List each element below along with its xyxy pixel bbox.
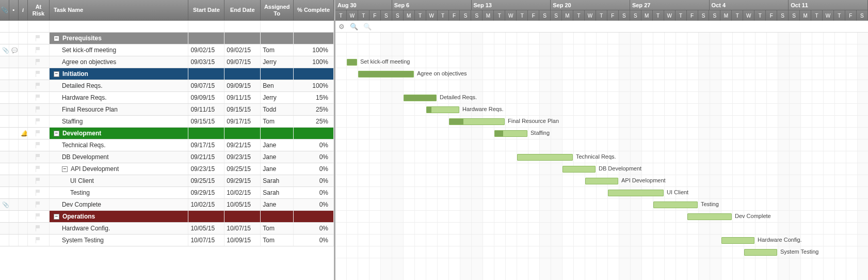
- flag-icon[interactable]: [36, 190, 41, 196]
- cell-assigned[interactable]: Jerry: [261, 56, 294, 68]
- cell-info[interactable]: [19, 163, 28, 175]
- cell-risk[interactable]: [28, 104, 50, 115]
- col-header-info-icon[interactable]: i: [19, 0, 28, 20]
- cell-comment[interactable]: [9, 104, 19, 115]
- cell-risk[interactable]: [28, 175, 50, 186]
- flag-icon[interactable]: [36, 71, 41, 77]
- cell-name[interactable]: Staffing: [50, 116, 189, 127]
- cell-risk[interactable]: [28, 199, 50, 210]
- gantt-bar[interactable]: [449, 118, 505, 125]
- gantt-row[interactable]: Agree on objectives: [335, 68, 868, 80]
- cell-attach[interactable]: [0, 211, 9, 222]
- cell-start[interactable]: 09/07/15: [188, 80, 224, 91]
- cell-attach[interactable]: [0, 80, 9, 91]
- col-header-end[interactable]: End Date: [224, 0, 261, 20]
- cell-pct[interactable]: [294, 68, 334, 80]
- gantt-row[interactable]: System Testing: [335, 246, 868, 258]
- cell-attach[interactable]: [0, 187, 9, 198]
- cell-assigned[interactable]: Sarah: [261, 187, 294, 198]
- col-header-assigned[interactable]: Assigned To: [261, 0, 294, 20]
- cell-risk[interactable]: [28, 223, 50, 234]
- cell-comment[interactable]: [9, 211, 19, 222]
- cell-assigned[interactable]: Sarah: [261, 175, 294, 186]
- cell-end[interactable]: [224, 33, 261, 44]
- flag-icon[interactable]: [36, 178, 41, 184]
- cell-pct[interactable]: 0%: [294, 175, 334, 186]
- cell-end[interactable]: 09/29/15: [224, 175, 261, 186]
- cell-end[interactable]: [224, 211, 261, 222]
- cell-attach[interactable]: [0, 44, 9, 56]
- cell-pct[interactable]: 0%: [294, 151, 334, 163]
- cell-attach[interactable]: [0, 92, 9, 103]
- grid-row[interactable]: Final Resource Plan09/11/1509/15/15Todd2…: [0, 104, 334, 116]
- cell-comment[interactable]: [9, 151, 19, 163]
- cell-attach[interactable]: [0, 128, 9, 139]
- cell-pct[interactable]: 0%: [294, 187, 334, 198]
- cell-attach[interactable]: [0, 68, 9, 80]
- gantt-row[interactable]: DB Development: [335, 163, 868, 175]
- cell-risk[interactable]: [28, 44, 50, 56]
- gantt-row[interactable]: Testing: [335, 199, 868, 211]
- cell-attach[interactable]: [0, 56, 9, 68]
- cell-pct[interactable]: [294, 211, 334, 222]
- cell-comment[interactable]: [9, 56, 19, 68]
- cell-name[interactable]: DB Development: [50, 151, 189, 163]
- collapse-icon[interactable]: −: [62, 166, 68, 172]
- gantt-bar[interactable]: [653, 201, 698, 208]
- collapse-icon[interactable]: −: [54, 214, 59, 220]
- gantt-row[interactable]: Final Resource Plan: [335, 116, 868, 128]
- cell-pct[interactable]: 0%: [294, 235, 334, 246]
- grid-row[interactable]: Testing09/29/1510/02/15Sarah0%: [0, 187, 334, 199]
- cell-comment[interactable]: [9, 187, 19, 198]
- flag-icon[interactable]: [36, 130, 41, 136]
- cell-pct[interactable]: 15%: [294, 92, 334, 103]
- cell-risk[interactable]: [28, 151, 50, 163]
- gear-icon[interactable]: ⚙: [339, 23, 345, 30]
- cell-name[interactable]: Hardware Config.: [50, 223, 189, 234]
- cell-end[interactable]: 09/07/15: [224, 56, 261, 68]
- cell-attach[interactable]: [0, 33, 9, 44]
- attachment-icon[interactable]: [2, 201, 9, 208]
- cell-info[interactable]: [19, 151, 28, 163]
- cell-start[interactable]: 09/11/15: [188, 104, 224, 115]
- gantt-body[interactable]: Set kick-off meetingAgree on objectivesD…: [335, 33, 868, 280]
- cell-risk[interactable]: [28, 163, 50, 175]
- cell-name[interactable]: Set kick-off meeting: [50, 44, 189, 56]
- cell-pct[interactable]: 0%: [294, 139, 334, 151]
- cell-end[interactable]: 10/05/15: [224, 199, 261, 210]
- cell-info[interactable]: [19, 187, 28, 198]
- flag-icon[interactable]: [36, 201, 41, 208]
- cell-assigned[interactable]: [261, 68, 294, 80]
- cell-assigned[interactable]: [261, 33, 294, 44]
- cell-assigned[interactable]: [261, 128, 294, 139]
- gantt-bar[interactable]: [585, 178, 618, 184]
- cell-risk[interactable]: [28, 56, 50, 68]
- cell-risk[interactable]: [28, 92, 50, 103]
- cell-info[interactable]: [19, 211, 28, 222]
- cell-attach[interactable]: [0, 21, 9, 32]
- cell-start[interactable]: [188, 128, 224, 139]
- grid-row[interactable]: −API Development09/23/1509/25/15Jane0%: [0, 163, 334, 175]
- gantt-bar[interactable]: [517, 154, 573, 161]
- gantt-row[interactable]: Detailed Reqs.: [335, 92, 868, 104]
- cell-pct[interactable]: 0%: [294, 223, 334, 234]
- grid-row[interactable]: −Initiation: [0, 68, 334, 80]
- cell-attach[interactable]: [0, 235, 9, 246]
- cell-comment[interactable]: [9, 235, 19, 246]
- cell-end[interactable]: 09/17/15: [224, 116, 261, 127]
- grid-row[interactable]: Technical Reqs.09/17/1509/21/15Jane0%: [0, 139, 334, 151]
- cell-assigned[interactable]: Jane: [261, 151, 294, 163]
- cell-assigned[interactable]: Tom: [261, 116, 294, 127]
- cell-start[interactable]: 09/02/15: [188, 44, 224, 56]
- gantt-row[interactable]: [335, 33, 868, 44]
- cell-pct[interactable]: 100%: [294, 56, 334, 68]
- col-header-risk[interactable]: At Risk: [28, 0, 50, 20]
- cell-start[interactable]: [188, 211, 224, 222]
- cell-comment[interactable]: [9, 33, 19, 44]
- gantt-row[interactable]: Staffing: [335, 128, 868, 139]
- flag-icon[interactable]: [36, 225, 41, 231]
- cell-end[interactable]: 09/09/15: [224, 80, 261, 91]
- cell-risk[interactable]: [28, 235, 50, 246]
- cell-risk[interactable]: [28, 21, 50, 32]
- cell-comment[interactable]: [9, 139, 19, 151]
